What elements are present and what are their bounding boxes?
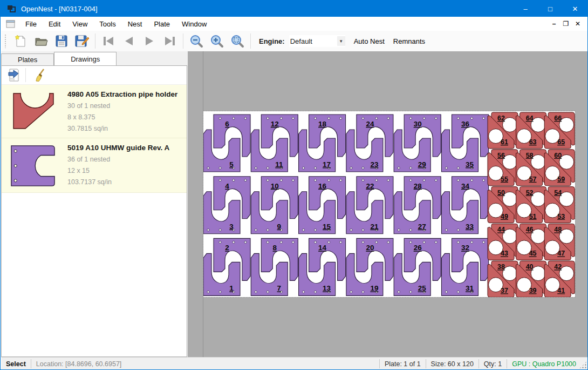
svg-text:43: 43 — [501, 250, 508, 257]
mdi-close-button[interactable]: ✕ — [572, 18, 584, 29]
left-panel: Plates Drawings — [1, 51, 188, 357]
remnants-button[interactable]: Remnants — [393, 37, 425, 45]
chevron-down-icon[interactable]: ▼ — [337, 36, 345, 46]
nest-layout[interactable]: 6512111817242330293635431091615222128273… — [203, 111, 575, 297]
svg-text:53: 53 — [557, 213, 565, 220]
close-button[interactable]: ✕ — [563, 1, 587, 17]
main-toolbar: Engine: Default ▼ Auto Nest Remnants — [1, 31, 588, 52]
status-mode: Select — [6, 360, 26, 368]
first-plate-button[interactable] — [98, 32, 119, 50]
drawing-area: 30.7815 sq/in — [67, 123, 177, 134]
status-plate: Plate: 1 of 1 — [385, 360, 421, 368]
svg-text:44: 44 — [497, 226, 505, 233]
drawing-area: 103.7137 sq/in — [67, 177, 169, 188]
save-as-button[interactable] — [72, 32, 92, 50]
clear-drawings-button[interactable] — [31, 67, 50, 83]
title-bar: OpenNest - [N0317-004] – □ ✕ — [1, 1, 587, 17]
svg-text:8: 8 — [273, 244, 277, 252]
svg-text:51: 51 — [529, 213, 537, 220]
open-folder-icon — [33, 34, 49, 48]
svg-text:60: 60 — [554, 152, 562, 159]
broom-icon — [34, 68, 47, 82]
svg-text:5: 5 — [229, 160, 234, 169]
resize-grip[interactable] — [579, 361, 587, 369]
status-location: Location: [84.8696, 60.6957] — [36, 360, 121, 368]
menu-items: FileEditViewToolsNestPlateWindow — [19, 18, 213, 30]
menu-item-window[interactable]: Window — [176, 18, 213, 30]
app-icon — [7, 5, 16, 12]
drawing-title: 4980 A05 Extraction pipe holder — [67, 90, 177, 98]
menu-item-file[interactable]: File — [19, 18, 43, 30]
drawing-list-item[interactable]: 5019 A10 UHMW guide Rev. A 36 of 1 neste… — [2, 138, 187, 193]
window-title: OpenNest - [N0317-004] — [21, 5, 98, 13]
last-plate-button[interactable] — [160, 32, 180, 50]
svg-text:23: 23 — [370, 160, 379, 169]
nest-canvas[interactable]: 6512111817242330293635431091615222128273… — [188, 51, 588, 357]
svg-text:50: 50 — [497, 189, 505, 197]
zoom-fit-button[interactable] — [227, 32, 248, 50]
mdi-minimize-button[interactable]: – — [548, 18, 560, 29]
drawings-panel: 4980 A05 Extraction pipe holder 30 of 1 … — [1, 65, 187, 357]
engine-selected-value: Default — [289, 37, 337, 45]
drawing-nested-count: 36 of 1 nested — [67, 154, 169, 165]
svg-text:33: 33 — [466, 223, 474, 231]
maximize-button[interactable]: □ — [538, 1, 563, 17]
svg-text:37: 37 — [501, 287, 508, 294]
drawing-size: 12 x 15 — [67, 165, 169, 177]
auto-nest-button[interactable]: Auto Nest — [354, 37, 385, 45]
drawing-size: 8 x 8.375 — [67, 112, 177, 123]
save-button[interactable] — [51, 32, 72, 50]
plate[interactable]: 6512111817242330293635431091615222128273… — [203, 111, 575, 297]
svg-text:24: 24 — [366, 120, 374, 128]
menu-item-nest[interactable]: Nest — [122, 18, 148, 30]
svg-text:48: 48 — [554, 226, 562, 233]
svg-text:64: 64 — [526, 115, 534, 122]
panel-tabstrip: Plates Drawings — [1, 52, 117, 65]
previous-plate-button[interactable] — [119, 32, 139, 50]
svg-text:26: 26 — [414, 244, 422, 252]
menu-item-edit[interactable]: Edit — [43, 18, 66, 30]
svg-text:3: 3 — [229, 223, 234, 231]
menu-item-view[interactable]: View — [66, 18, 93, 30]
menu-item-plate[interactable]: Plate — [148, 18, 176, 30]
save-icon — [54, 34, 69, 48]
zoom-in-button[interactable] — [207, 32, 227, 50]
svg-text:63: 63 — [529, 138, 537, 146]
svg-text:56: 56 — [497, 152, 505, 159]
svg-text:39: 39 — [529, 287, 537, 294]
menu-bar: FileEditViewToolsNestPlateWindow – ❐ ✕ — [1, 17, 588, 31]
svg-text:9: 9 — [277, 223, 282, 231]
zoom-out-button[interactable] — [186, 32, 207, 50]
save-as-icon — [74, 34, 90, 48]
tab-drawings[interactable]: Drawings — [54, 52, 117, 65]
import-drawing-button[interactable] — [5, 67, 23, 83]
status-gpu: GPU : Quadro P1000 — [512, 360, 576, 368]
svg-text:47: 47 — [557, 250, 565, 257]
tab-plates[interactable]: Plates — [1, 53, 54, 65]
svg-text:28: 28 — [414, 182, 422, 190]
svg-text:57: 57 — [529, 176, 537, 183]
drawing-thumbnail — [7, 143, 63, 189]
svg-text:6: 6 — [225, 120, 229, 128]
svg-text:49: 49 — [501, 213, 508, 220]
drawing-title: 5019 A10 UHMW guide Rev. A — [67, 144, 169, 152]
svg-text:29: 29 — [418, 160, 426, 169]
import-drawing-icon — [7, 68, 21, 82]
minimize-button[interactable]: – — [513, 1, 538, 17]
drawing-list-item[interactable]: 4980 A05 Extraction pipe holder 30 of 1 … — [2, 85, 187, 138]
mdi-restore-button[interactable]: ❐ — [560, 18, 572, 29]
new-file-button[interactable] — [10, 32, 31, 50]
toolbar-grip[interactable] — [4, 34, 7, 48]
svg-text:65: 65 — [557, 138, 565, 146]
status-qty: Qty: 1 — [484, 360, 502, 368]
document-window-icon[interactable] — [6, 20, 15, 28]
svg-text:38: 38 — [497, 263, 505, 271]
menu-item-tools[interactable]: Tools — [93, 18, 121, 30]
svg-text:4: 4 — [225, 182, 229, 190]
open-file-button[interactable] — [31, 32, 51, 50]
svg-text:61: 61 — [501, 138, 508, 146]
engine-select[interactable]: Default ▼ — [289, 35, 345, 47]
engine-label: Engine: — [259, 37, 285, 45]
next-plate-button[interactable] — [139, 32, 160, 50]
drawing-nested-count: 30 of 1 nested — [67, 100, 177, 112]
